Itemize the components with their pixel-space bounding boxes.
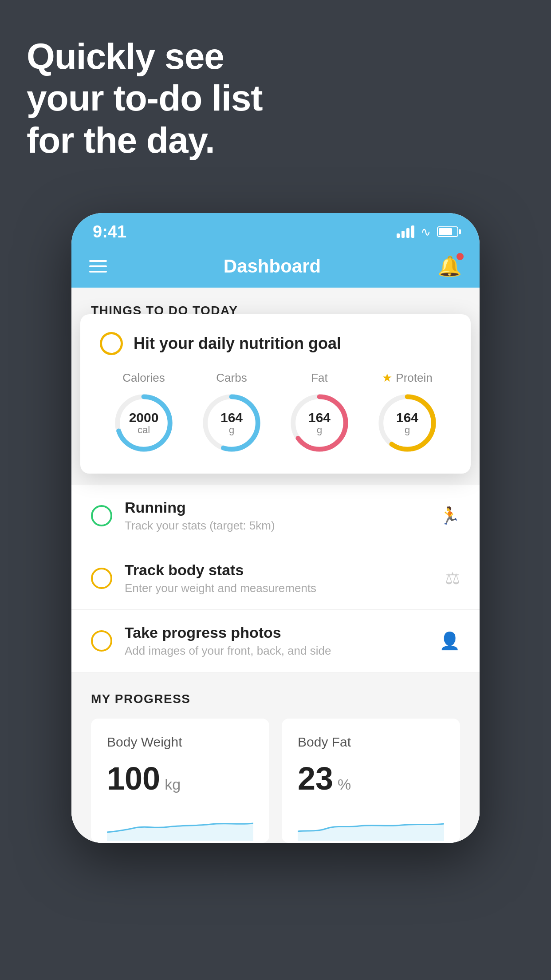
macro-label: Carbs (216, 371, 247, 385)
donut-value: 164 (396, 410, 418, 425)
nutrition-card-header: Hit your daily nutrition goal (100, 332, 451, 355)
todo-item-title: Track body stats (125, 561, 433, 579)
hamburger-line (89, 265, 107, 267)
macros-row: Calories 2000 cal Carbs 164 g Fat (100, 371, 451, 454)
progress-card-title: Body Fat (298, 735, 444, 750)
hamburger-line (89, 260, 107, 262)
nutrition-card-title: Hit your daily nutrition goal (134, 334, 341, 353)
progress-card-value-row: 100 kg (107, 760, 253, 797)
macro-label: Calories (122, 371, 165, 385)
phone-mockup: 9:41 ∿ Dashboard 🔔 (71, 213, 480, 843)
todo-check-circle[interactable] (91, 568, 112, 589)
progress-card[interactable]: Body Fat 23 % (282, 719, 460, 843)
status-icons: ∿ (397, 225, 458, 239)
macro-item: Calories 2000 cal (113, 371, 175, 454)
donut-unit: g (308, 425, 331, 435)
donut-value: 2000 (129, 410, 159, 425)
wifi-icon: ∿ (421, 225, 431, 239)
sparkline-chart (107, 806, 253, 841)
hero-line2: your to-do list (27, 77, 263, 119)
app-content: THINGS TO DO TODAY Hit your daily nutrit… (71, 288, 480, 843)
donut-center: 2000 cal (129, 410, 159, 435)
todo-item-subtitle: Track your stats (target: 5km) (125, 519, 427, 533)
status-time: 9:41 (93, 222, 126, 241)
todo-text-wrap: Take progress photos Add images of your … (125, 624, 427, 658)
sparkline-chart (298, 806, 444, 841)
donut-unit: g (396, 425, 418, 435)
donut-chart: 164 g (201, 392, 263, 454)
battery-icon (437, 226, 458, 237)
todo-item-subtitle: Add images of your front, back, and side (125, 644, 427, 658)
progress-card-title: Body Weight (107, 735, 253, 750)
todo-text-wrap: Track body stats Enter your weight and m… (125, 561, 433, 595)
sparkline-fill (298, 824, 444, 841)
donut-unit: cal (129, 425, 159, 435)
nutrition-card: Hit your daily nutrition goal Calories 2… (80, 314, 471, 474)
donut-value: 164 (220, 410, 243, 425)
signal-icon (397, 225, 414, 238)
todo-item[interactable]: Running Track your stats (target: 5km) 🏃 (71, 485, 480, 547)
donut-chart: 2000 cal (113, 392, 175, 454)
nav-title: Dashboard (224, 256, 321, 277)
star-icon: ★ (382, 371, 392, 385)
todo-item-title: Running (125, 499, 427, 516)
donut-chart: 164 g (288, 392, 350, 454)
status-bar: 9:41 ∿ (71, 213, 480, 245)
macro-item: ★Protein 164 g (376, 371, 438, 454)
donut-value: 164 (308, 410, 331, 425)
todo-item-title: Take progress photos (125, 624, 427, 641)
hero-line1: Quickly see (27, 36, 263, 77)
macro-label: Fat (311, 371, 328, 385)
progress-title: MY PROGRESS (91, 692, 460, 706)
progress-card[interactable]: Body Weight 100 kg (91, 719, 269, 843)
progress-card-unit: % (338, 776, 351, 793)
todo-item-icon: ⚖ (445, 569, 460, 588)
todo-check-circle[interactable] (91, 630, 112, 652)
progress-card-number: 100 (107, 760, 160, 797)
todo-item-subtitle: Enter your weight and measurements (125, 581, 433, 595)
progress-card-number: 23 (298, 760, 333, 797)
todo-item[interactable]: Take progress photos Add images of your … (71, 610, 480, 672)
macro-item: Carbs 164 g (201, 371, 263, 454)
macro-label: Protein (396, 371, 432, 385)
donut-unit: g (220, 425, 243, 435)
todo-item-icon: 🏃 (439, 506, 460, 526)
todo-text-wrap: Running Track your stats (target: 5km) (125, 499, 427, 533)
donut-chart: 164 g (376, 392, 438, 454)
hero-headline: Quickly see your to-do list for the day. (27, 36, 263, 161)
todo-check-circle[interactable] (91, 505, 112, 526)
hamburger-line (89, 271, 107, 273)
todo-circle-nutrition[interactable] (100, 332, 123, 355)
notification-dot (457, 253, 464, 260)
macro-item: Fat 164 g (288, 371, 350, 454)
todo-list: Running Track your stats (target: 5km) 🏃… (71, 485, 480, 672)
menu-button[interactable] (89, 260, 107, 273)
nav-bar: Dashboard 🔔 (71, 245, 480, 288)
todo-item-icon: 👤 (439, 631, 460, 651)
donut-center: 164 g (308, 410, 331, 435)
hero-line3: for the day. (27, 119, 263, 161)
notifications-button[interactable]: 🔔 (437, 255, 462, 278)
donut-center: 164 g (220, 410, 243, 435)
progress-card-value-row: 23 % (298, 760, 444, 797)
progress-card-unit: kg (165, 776, 181, 793)
todo-item[interactable]: Track body stats Enter your weight and m… (71, 547, 480, 610)
progress-cards: Body Weight 100 kg Body Fat 23 % (91, 719, 460, 843)
progress-section: MY PROGRESS Body Weight 100 kg Body Fat … (71, 672, 480, 843)
donut-center: 164 g (396, 410, 418, 435)
